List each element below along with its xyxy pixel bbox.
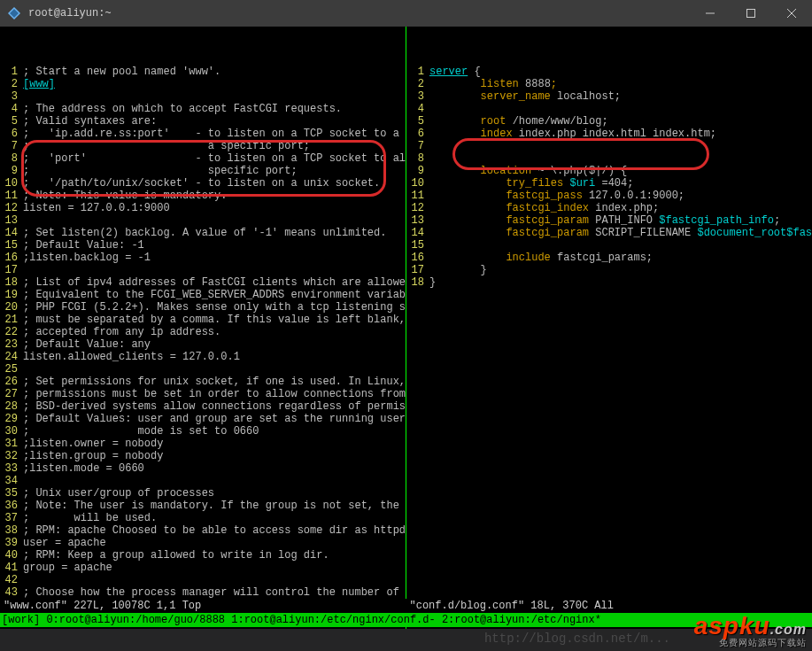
code-line: 13 fastcgi_param PATH_INFO $fastcgi_path… — [406, 214, 812, 227]
code-line: 35; Unix user/group of processes — [0, 487, 406, 500]
line-number: 32 — [0, 450, 23, 462]
code-text: listen.allowed_clients = 127.0.0.1 — [23, 351, 240, 363]
code-line: 16 include fastcgi_params; — [406, 252, 812, 264]
code-line: 38; RPM: apache Choosed to be able to ac… — [0, 524, 406, 537]
code-line: 5; Valid syntaxes are: — [0, 115, 406, 128]
minimize-button[interactable] — [690, 0, 731, 27]
code-text: ; List of ipv4 addresses of FastCGI clie… — [23, 276, 406, 289]
code-text: ; specific port; — [23, 165, 298, 177]
line-number: 12 — [0, 202, 23, 214]
code-line: 14 fastcgi_param SCRIPT_FILENAME $docume… — [406, 227, 812, 239]
code-text: ; will be used. — [23, 512, 157, 524]
line-number: 13 — [0, 214, 23, 227]
code-line: 41group = apache — [0, 562, 406, 574]
code-text: } — [429, 264, 487, 276]
line-number: 36 — [0, 500, 23, 512]
right-pane[interactable]: 1server {2 listen 8888;3 server_name loc… — [406, 27, 812, 629]
code-line: 36; Note: The user is mandatory. If the … — [0, 500, 406, 512]
line-number: 39 — [0, 537, 23, 549]
terminal-area[interactable]: 1; Start a new pool named 'www'.2[www]34… — [0, 27, 812, 629]
line-number: 21 — [0, 314, 23, 326]
code-text: listen = 127.0.0.1:9000 — [23, 202, 170, 214]
code-line: 6; 'ip.add.re.ss:port' - to listen on a … — [0, 128, 406, 140]
code-line: 7 — [406, 140, 812, 152]
line-number: 42 — [0, 574, 23, 586]
window-titlebar: root@aliyun:~ — [0, 0, 812, 27]
code-text: ; RPM: Keep a group allowed to write in … — [23, 549, 329, 562]
line-number: 11 — [406, 190, 429, 202]
line-number: 1 — [0, 66, 23, 78]
code-line: 28; BSD-derived systems allow connection… — [0, 400, 406, 413]
vim-statusbar: "www.conf" 227L, 10078C 1,1 Top "conf.d/… — [0, 599, 812, 613]
line-number: 16 — [0, 252, 23, 264]
line-number: 9 — [0, 165, 23, 177]
code-line: 23; Default Value: any — [0, 338, 406, 351]
line-number: 35 — [0, 487, 23, 500]
code-line: 29; Default Values: user and group are s… — [0, 413, 406, 425]
code-line: 11; Note: This value is mandatory. — [0, 190, 406, 202]
code-text: index.php; — [595, 202, 659, 214]
line-number: 33 — [0, 462, 23, 475]
code-line: 34 — [0, 475, 406, 487]
code-line: 4; The address on which to accept FastCG… — [0, 103, 406, 115]
code-line: 3 server_name localhost; — [406, 90, 812, 103]
window-title: root@aliyun:~ — [28, 7, 690, 19]
code-line: 5 root /home/www/blog; — [406, 115, 812, 128]
code-text: index — [429, 128, 519, 140]
line-number: 25 — [0, 363, 23, 376]
code-text: 8888 — [525, 78, 551, 90]
line-number: 12 — [406, 202, 429, 214]
code-text: ; The address on which to accept FastCGI… — [23, 103, 342, 115]
code-line: 31;listen.owner = nobody — [0, 438, 406, 450]
code-line: 30; mode is set to 0660 — [0, 425, 406, 438]
line-number: 5 — [406, 115, 429, 128]
status-right: "conf.d/blog.conf" 18L, 370C All — [406, 599, 813, 613]
code-line: 3 — [0, 90, 406, 103]
code-text: localhost; — [557, 90, 621, 103]
status-left: "www.conf" 227L, 10078C 1,1 Top — [0, 599, 406, 613]
code-line: 8 — [406, 152, 812, 165]
line-number: 24 — [0, 351, 23, 363]
line-number: 10 — [406, 177, 429, 190]
left-pane[interactable]: 1; Start a new pool named 'www'.2[www]34… — [0, 27, 406, 629]
code-text: [www] — [23, 78, 55, 90]
line-number: 18 — [406, 276, 429, 289]
code-line: 11 fastcgi_pass 127.0.0.1:9000; — [406, 190, 812, 202]
code-text: ; Default Values: user and group are set… — [23, 413, 406, 425]
code-text: 404 — [608, 177, 628, 190]
line-number: 5 — [0, 115, 23, 128]
code-text: root — [429, 115, 513, 128]
code-text: listen — [429, 78, 525, 90]
code-text: ; a specific port; — [23, 140, 310, 152]
code-line: 33;listen.mode = 0660 — [0, 462, 406, 475]
close-button[interactable] — [771, 0, 812, 27]
code-line: 42 — [0, 574, 406, 586]
code-text: 127.0.0.1:9000; — [589, 190, 684, 202]
line-number: 28 — [0, 400, 23, 413]
code-line: 19; Equivalent to the FCGI_WEB_SERVER_AD… — [0, 289, 406, 301]
code-text: ; Note: The user is mandatory. If the gr… — [23, 500, 406, 512]
code-text: ; — [774, 214, 780, 227]
line-number: 7 — [406, 140, 429, 152]
code-line: 12listen = 127.0.0.1:9000 — [0, 202, 406, 214]
code-text: |/) { — [595, 165, 627, 177]
code-text: fastcgi_params; — [557, 252, 653, 264]
code-text: ; RPM: apache Choosed to be able to acce… — [23, 524, 406, 537]
code-line: 12 fastcgi_index index.php; — [406, 202, 812, 214]
code-text: ; Set permissions for unix socket, if on… — [23, 376, 406, 388]
code-line: 15 — [406, 239, 812, 252]
code-text: $uri — [569, 177, 595, 190]
maximize-button[interactable] — [731, 0, 771, 27]
line-number: 14 — [0, 227, 23, 239]
code-text: server_name — [429, 90, 557, 103]
code-text: } — [429, 276, 436, 289]
line-number: 17 — [0, 264, 23, 276]
code-text: ; Default Value: any — [23, 338, 151, 351]
code-text: ; Note: This value is mandatory. — [23, 190, 227, 202]
line-number: 6 — [0, 128, 23, 140]
code-line: 20; PHP FCGI (5.2.2+). Makes sense only … — [0, 301, 406, 314]
line-number: 43 — [0, 586, 23, 599]
code-text: ; mode is set to 0660 — [23, 425, 259, 438]
code-text: $fastcgi_path_info — [659, 214, 774, 227]
code-text: fastcgi_param — [429, 214, 595, 227]
